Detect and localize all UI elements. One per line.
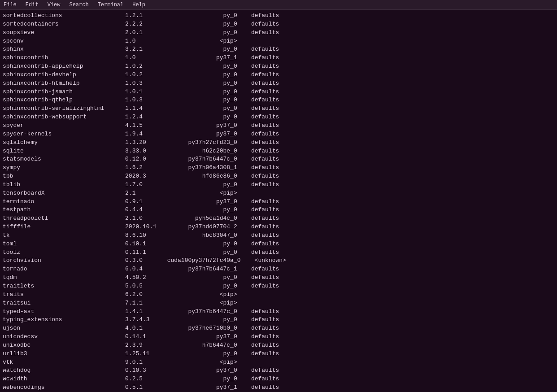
table-row: sphinxcontrib-applehelp 1.0.2 py_0 defau… [3, 62, 554, 71]
menubar-item-file[interactable]: File [2, 1, 18, 9]
table-row: sortedcollections 1.2.1 py_0 defaults [3, 12, 554, 20]
table-row: sphinxcontrib-websupport 1.2.4 py_0 defa… [3, 113, 554, 122]
menubar-item-help[interactable]: Help [131, 1, 147, 9]
table-row: sphinxcontrib-htmlhelp 1.0.3 py_0 defaul… [3, 79, 554, 88]
table-row: terminado 0.9.1 py37_0 defaults [3, 198, 554, 206]
table-row: sphinxcontrib 1.0 py37_1 defaults [3, 54, 554, 62]
menubar-item-search[interactable]: Search [67, 1, 90, 9]
table-row: traits 6.2.0 <pip> [3, 291, 554, 299]
table-row: webencodings 0.5.1 py37_1 defaults [3, 383, 554, 392]
table-row: sphinxcontrib-serializinghtml 1.1.4 py_0… [3, 105, 554, 113]
table-row: spconv 1.0 <pip> [3, 37, 554, 46]
table-row: sphinxcontrib-devhelp 1.0.2 py_0 default… [3, 71, 554, 79]
table-row: wcwidth 0.2.5 py_0 defaults [3, 375, 554, 383]
menubar-item-view[interactable]: View [46, 1, 62, 9]
table-row: traitlets 5.0.5 py_0 defaults [3, 282, 554, 291]
table-row: threadpoolctl 2.1.0 pyh5ca1d4c_0 default… [3, 214, 554, 223]
table-row: typing_extensions 3.7.4.3 py_0 defaults [3, 316, 554, 324]
menubar-item-edit[interactable]: Edit [24, 1, 40, 9]
table-row: sqlite 3.33.0 h62c20be_0 defaults [3, 147, 554, 156]
table-row: sphinxcontrib-jsmath 1.0.1 py_0 defaults [3, 88, 554, 96]
table-row: unixodbc 2.3.9 h7b6447c_0 defaults [3, 341, 554, 350]
table-row: sympy 1.6.2 py37h06a4308_1 defaults [3, 164, 554, 172]
table-row: tqdm 4.50.2 py_0 defaults [3, 274, 554, 282]
table-row: sortedcontainers 2.2.2 py_0 defaults [3, 20, 554, 29]
table-row: toolz 0.11.1 py_0 defaults [3, 248, 554, 257]
table-row: tornado 6.0.4 py37h7b6447c_1 defaults [3, 265, 554, 274]
table-row: traitsui 7.1.1 <pip> [3, 299, 554, 308]
table-row: testpath 0.4.4 py_0 defaults [3, 206, 554, 214]
table-row: watchdog 0.10.3 py37_0 defaults [3, 366, 554, 375]
table-row: statsmodels 0.12.0 py37h7b6447c_0 defaul… [3, 155, 554, 164]
table-row: sqlalchemy 1.3.20 py37h27cfd23_0 default… [3, 139, 554, 147]
table-row: sphinx 3.2.1 py_0 defaults [3, 45, 554, 54]
table-row: tk 8.6.10 hbc83047_0 defaults [3, 231, 554, 240]
table-row: typed-ast 1.4.1 py37h7b6447c_0 defaults [3, 308, 554, 316]
table-row: sphinxcontrib-qthelp 1.0.3 py_0 defaults [3, 96, 554, 105]
table-row: ujson 4.0.1 py37he6710b0_0 defaults [3, 324, 554, 333]
table-row: tensorboardX 2.1 <pip> [3, 189, 554, 198]
table-row: spyder 4.1.5 py37_0 defaults [3, 122, 554, 130]
table-row: tifffile 2020.10.1 py37hdd07704_2 defaul… [3, 223, 554, 231]
table-row: torchvision 0.3.0 cuda100py37h72fc40a_0 … [3, 257, 554, 265]
table-row: tbb 2020.3 hfd86e86_0 defaults [3, 172, 554, 181]
table-row: vtk 9.0.1 <pip> [3, 358, 554, 367]
terminal-content: sortedcollections 1.2.1 py_0 defaultssor… [0, 10, 557, 392]
menubar-item-terminal[interactable]: Terminal [96, 1, 126, 9]
table-row: toml 0.10.1 py_0 defaults [3, 240, 554, 248]
table-row: tblib 1.7.0 py_0 defaults [3, 181, 554, 189]
table-row: urllib3 1.25.11 py_0 defaults [3, 350, 554, 358]
table-row: soupsieve 2.0.1 py_0 defaults [3, 29, 554, 37]
table-row: spyder-kernels 1.9.4 py37_0 defaults [3, 130, 554, 139]
menubar: FileEditViewSearchTerminalHelp [0, 0, 557, 10]
table-row: unicodecsv 0.14.1 py37_0 defaults [3, 333, 554, 341]
